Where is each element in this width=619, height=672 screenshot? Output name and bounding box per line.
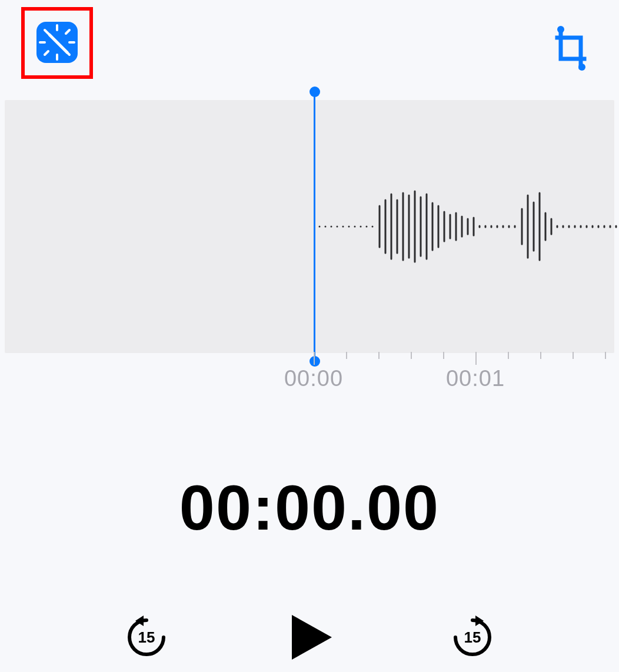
crop-icon bbox=[554, 25, 589, 74]
editor-toolbar bbox=[0, 0, 619, 100]
skip-forward-15-button[interactable]: 15 bbox=[450, 614, 495, 662]
waveform-timeline[interactable]: 00:00 00:01 bbox=[5, 100, 614, 353]
skip-forward-label: 15 bbox=[464, 628, 481, 646]
enhance-button[interactable] bbox=[25, 11, 89, 75]
crop-button[interactable] bbox=[551, 22, 592, 75]
skip-back-label: 15 bbox=[138, 628, 155, 646]
enhance-icon bbox=[35, 21, 79, 66]
skip-back-icon: 15 bbox=[124, 614, 169, 662]
current-time-display: 00:00.00 bbox=[0, 471, 619, 544]
play-button[interactable] bbox=[281, 609, 338, 667]
time-label-0: 00:00 bbox=[284, 366, 343, 391]
time-label-1: 00:01 bbox=[446, 366, 505, 391]
svg-marker-64 bbox=[292, 615, 332, 660]
skip-back-15-button[interactable]: 15 bbox=[124, 614, 169, 662]
playback-controls: 15 15 bbox=[0, 609, 619, 667]
waveform-display bbox=[314, 100, 619, 353]
skip-forward-icon: 15 bbox=[450, 614, 495, 662]
play-icon bbox=[281, 609, 338, 667]
svg-point-11 bbox=[578, 64, 585, 71]
playhead-handle-bottom bbox=[310, 356, 320, 367]
